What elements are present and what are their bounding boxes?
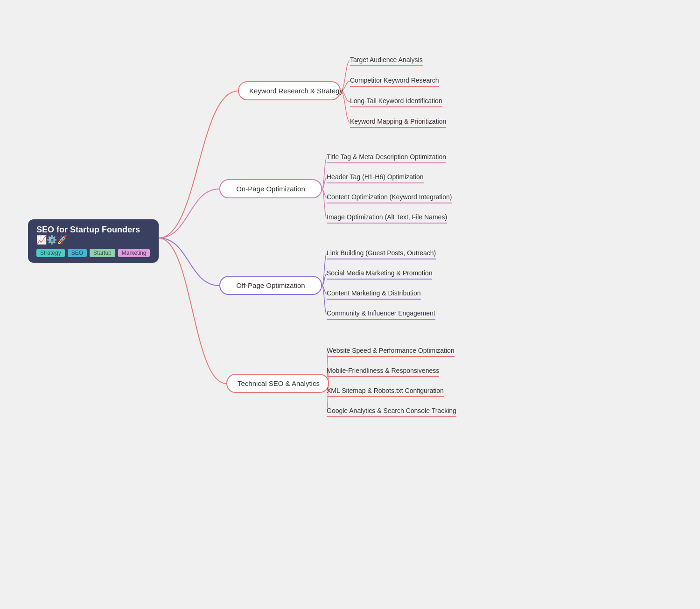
branch-technical: Technical SEO & Analytics bbox=[226, 374, 329, 393]
leaf-offpage-1: Social Media Marketing & Promotion bbox=[327, 269, 432, 280]
tag-marketing: Marketing bbox=[118, 249, 150, 257]
tag-seo: SEO bbox=[68, 249, 87, 257]
leaf-onpage-3: Image Optimization (Alt Text, File Names… bbox=[327, 213, 447, 224]
leaf-onpage-2: Content Optimization (Keyword Integratio… bbox=[327, 193, 452, 203]
leaf-technical-1: Mobile-Friendliness & Responsiveness bbox=[327, 367, 439, 377]
leaf-onpage-1: Header Tag (H1-H6) Optimization bbox=[327, 173, 424, 183]
leaf-keyword-3: Keyword Mapping & Prioritization bbox=[350, 118, 446, 128]
leaf-offpage-3: Community & Influencer Engagement bbox=[327, 309, 435, 320]
tag-startup: Startup bbox=[90, 249, 115, 257]
leaf-technical-3: Google Analytics & Search Console Tracki… bbox=[327, 407, 456, 417]
leaf-keyword-0: Target Audience Analysis bbox=[350, 56, 423, 66]
leaf-technical-0: Website Speed & Performance Optimization bbox=[327, 347, 455, 357]
branch-keyword: Keyword Research & Strategy bbox=[238, 81, 341, 100]
leaf-offpage-0: Link Building (Guest Posts, Outreach) bbox=[327, 249, 436, 259]
branch-onpage: On-Page Optimization bbox=[219, 179, 322, 198]
branch-offpage: Off-Page Optimization bbox=[219, 276, 322, 295]
leaf-onpage-0: Title Tag & Meta Description Optimizatio… bbox=[327, 153, 446, 163]
root-node: SEO for Startup Founders 📈⚙️🚀 StrategySE… bbox=[28, 219, 159, 263]
leaf-offpage-2: Content Marketing & Distribution bbox=[327, 289, 421, 300]
leaf-keyword-2: Long-Tail Keyword Identification bbox=[350, 97, 442, 107]
leaf-keyword-1: Competitor Keyword Research bbox=[350, 77, 439, 87]
leaf-technical-2: XML Sitemap & Robots.txt Configuration bbox=[327, 387, 444, 397]
tag-strategy: Strategy bbox=[36, 249, 65, 257]
root-title: SEO for Startup Founders 📈⚙️🚀 bbox=[36, 225, 150, 245]
root-tags: StrategySEOStartupMarketing bbox=[36, 249, 150, 257]
